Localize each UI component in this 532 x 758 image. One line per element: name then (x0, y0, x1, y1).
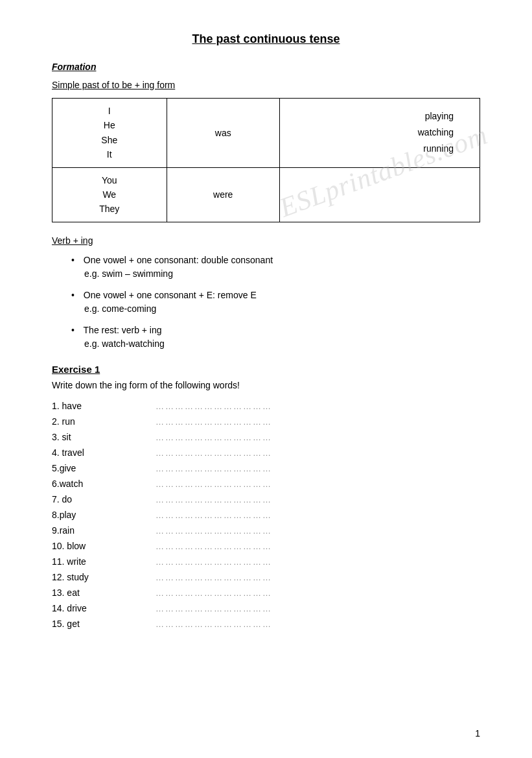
list-item: 12. study ……………………………… (52, 572, 480, 582)
example-verbs: playingwatchingrunning (279, 99, 480, 168)
answer-line: ……………………………… (156, 432, 272, 442)
rules-list: One vowel + one consonant: double conson… (65, 254, 480, 351)
list-item: 8.play ……………………………… (52, 510, 480, 520)
rule-text: One vowel + one consonant: double conson… (84, 255, 273, 265)
word-item: 9.rain (52, 525, 156, 536)
list-item: One vowel + one consonant: double conson… (65, 254, 480, 281)
table-row: IHeSheIt was playingwatchingrunning (52, 99, 480, 168)
rule-text: One vowel + one consonant + E: remove E (84, 290, 257, 300)
rule-example: e.g. swim – swimming (84, 267, 480, 281)
word-item: 14. drive (52, 603, 156, 613)
answer-line: ……………………………… (156, 573, 272, 582)
answer-line: ……………………………… (156, 417, 272, 427)
exercise1-list: 1. have ……………………………… 2. run ………………………………… (52, 401, 480, 629)
auxiliary-was: was (167, 99, 279, 168)
word-item: 10. blow (52, 541, 156, 551)
answer-line: ……………………………… (156, 541, 272, 551)
rule-example: e.g. come-coming (84, 302, 480, 316)
list-item: 10. blow ……………………………… (52, 541, 480, 551)
list-item: 9.rain ……………………………… (52, 525, 480, 536)
answer-line: ……………………………… (156, 557, 272, 567)
exercise1-heading: Exercise 1 (52, 364, 480, 375)
word-item: 8.play (52, 510, 156, 520)
page-title: The past continuous tense (52, 32, 480, 46)
answer-line: ……………………………… (156, 619, 272, 629)
word-item: 11. write (52, 556, 156, 567)
page: ESLprintables.com The past continuous te… (0, 0, 532, 758)
table-row: YouWeThey were (52, 167, 480, 222)
list-item: 11. write ……………………………… (52, 556, 480, 567)
formation-heading: Formation (52, 62, 480, 72)
rule-example: e.g. watch-watching (84, 337, 480, 351)
word-item: 1. have (52, 401, 156, 411)
answer-line: ……………………………… (156, 464, 272, 473)
word-item: 2. run (52, 416, 156, 427)
answer-line: ……………………………… (156, 479, 272, 489)
list-item: 4. travel ……………………………… (52, 447, 480, 458)
pronouns-were: YouWeThey (52, 167, 167, 222)
auxiliary-were: were (167, 167, 279, 222)
list-item: 13. eat ……………………………… (52, 587, 480, 598)
answer-line: ……………………………… (156, 495, 272, 504)
list-item: 3. sit ……………………………… (52, 432, 480, 442)
exercise1-instruction: Write down the ing form of the following… (52, 380, 480, 390)
list-item: 2. run ……………………………… (52, 416, 480, 427)
answer-line: ……………………………… (156, 526, 272, 536)
rule-text: The rest: verb + ing (84, 325, 162, 335)
word-item: 13. eat (52, 587, 156, 598)
list-item: 15. get ……………………………… (52, 619, 480, 629)
pronouns-was: IHeSheIt (52, 99, 167, 168)
word-item: 4. travel (52, 447, 156, 458)
answer-line: ……………………………… (156, 448, 272, 458)
list-item: 6.watch ……………………………… (52, 479, 480, 489)
list-item: 14. drive ……………………………… (52, 603, 480, 613)
list-item: 1. have ……………………………… (52, 401, 480, 411)
word-item: 7. do (52, 494, 156, 504)
list-item: The rest: verb + ing e.g. watch-watching (65, 324, 480, 351)
list-item: One vowel + one consonant + E: remove E … (65, 289, 480, 316)
page-number: 1 (475, 728, 480, 739)
answer-line: ……………………………… (156, 401, 272, 411)
formation-subtitle: Simple past of to be + ing form (52, 80, 480, 90)
answer-line: ……………………………… (156, 510, 272, 520)
example-verbs-empty (279, 167, 480, 222)
conjugation-table: IHeSheIt was playingwatchingrunning YouW… (52, 98, 480, 222)
word-item: 6.watch (52, 479, 156, 489)
word-item: 3. sit (52, 432, 156, 442)
list-item: 7. do ……………………………… (52, 494, 480, 504)
word-item: 15. get (52, 619, 156, 629)
word-item: 12. study (52, 572, 156, 582)
list-item: 5.give ……………………………… (52, 463, 480, 473)
answer-line: ……………………………… (156, 588, 272, 598)
word-item: 5.give (52, 463, 156, 473)
answer-line: ……………………………… (156, 604, 272, 613)
verb-ing-heading: Verb + ing (52, 235, 480, 246)
